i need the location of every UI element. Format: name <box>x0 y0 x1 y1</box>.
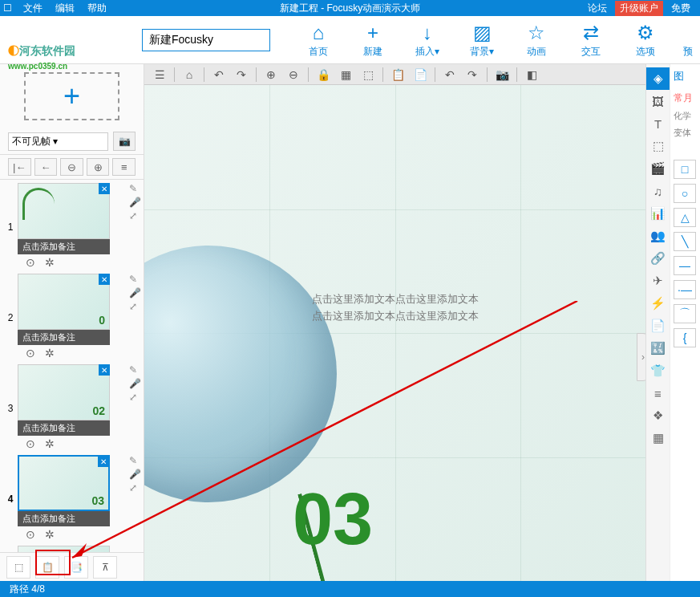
slide-note[interactable]: 点击添加备注 <box>18 511 110 526</box>
tb-layout[interactable]: ◧ <box>521 66 542 83</box>
slide-thumbnail[interactable]: 0 ✕ <box>18 274 110 330</box>
slide-thumbnail[interactable]: 02 ✕ <box>18 364 110 420</box>
bottom-btn-4[interactable]: ⊼ <box>93 556 117 579</box>
play-icon[interactable]: ⊙ <box>26 528 35 541</box>
bottom-btn-3[interactable]: 📑 <box>64 556 88 579</box>
expand-icon[interactable]: ⤢ <box>129 210 140 221</box>
shape-brace[interactable]: { <box>674 328 696 347</box>
nav-options[interactable]: ⚙选项 <box>621 21 670 59</box>
nav-preview[interactable]: 预 <box>676 21 700 59</box>
rtool-chart[interactable]: 📊 <box>646 202 670 225</box>
forum-link[interactable]: 论坛 <box>581 2 613 15</box>
slide-thumbnail[interactable]: 03 ✕ <box>18 455 110 511</box>
tb-menu[interactable]: ☰ <box>149 66 170 83</box>
collapse-handle[interactable]: › <box>637 333 645 381</box>
nav-animation[interactable]: ☆动画 <box>512 21 560 59</box>
expand-icon[interactable]: ⤢ <box>129 482 140 493</box>
text-placeholder[interactable]: 点击这里添加文本点击这里添加文本 点击这里添加文本点击这里添加文本 <box>312 291 479 325</box>
rtool-plane[interactable]: ✈ <box>646 270 670 292</box>
free-link[interactable]: 免费 <box>665 2 697 15</box>
tb-grid[interactable]: ▦ <box>335 66 356 83</box>
tb-undo2[interactable]: ↶ <box>439 66 460 83</box>
rtool-doc[interactable]: 📄 <box>646 315 670 337</box>
tb-lock[interactable]: 🔒 <box>313 66 334 83</box>
nav-home[interactable]: ⌂首页 <box>294 21 342 59</box>
rtool-shirt[interactable]: 👕 <box>646 359 670 382</box>
slide-note[interactable]: 点击添加备注 <box>18 330 110 345</box>
shape-circle[interactable]: ○ <box>674 184 696 203</box>
rtool-flash[interactable]: ⚡ <box>646 292 670 315</box>
add-slide-button[interactable]: + <box>24 72 119 120</box>
tb-select[interactable]: ⬚ <box>358 66 378 83</box>
tb-home[interactable]: ⌂ <box>179 66 200 83</box>
rtool-grid[interactable]: ▦ <box>646 427 670 449</box>
shape-dashline[interactable]: ·— <box>674 280 696 299</box>
slide-note[interactable]: 点击添加备注 <box>18 239 110 254</box>
edit-icon[interactable]: ✎ <box>129 183 140 194</box>
menu-file[interactable]: 文件 <box>17 2 49 15</box>
tb-paste[interactable]: 📄 <box>410 66 431 83</box>
nav-insert[interactable]: ↓插入▾ <box>403 21 451 59</box>
rtool-frame[interactable]: ⬚ <box>646 135 670 157</box>
visibility-select[interactable]: 不可见帧 ▾ <box>8 132 108 151</box>
shape-arc[interactable]: ⌒ <box>674 304 696 323</box>
nav-prev[interactable]: ← <box>34 158 58 176</box>
edit-icon[interactable]: ✎ <box>129 274 140 285</box>
shape-triangle[interactable]: △ <box>674 208 696 227</box>
slide-thumbnail[interactable]: ✕ <box>18 183 110 239</box>
play-icon[interactable]: ⊙ <box>26 256 35 269</box>
settings-icon[interactable]: ✲ <box>45 528 55 541</box>
project-name-input[interactable] <box>142 29 270 51</box>
settings-icon[interactable]: ✲ <box>45 437 55 450</box>
rtool-people[interactable]: 👥 <box>646 225 670 247</box>
tb-copy[interactable]: 📋 <box>387 66 408 83</box>
slide-thumbnail[interactable] <box>18 546 110 552</box>
rtool-text[interactable]: T <box>646 112 670 135</box>
edit-icon[interactable]: ✎ <box>129 455 140 466</box>
upgrade-button[interactable]: 升级账户 <box>615 1 663 16</box>
expand-icon[interactable]: ⤢ <box>129 392 140 403</box>
tb-zoomout[interactable]: ⊖ <box>283 66 304 83</box>
close-icon[interactable]: ✕ <box>99 183 110 194</box>
close-icon[interactable]: ✕ <box>99 364 110 376</box>
close-icon[interactable]: ✕ <box>99 274 110 285</box>
slide-note[interactable]: 点击添加备注 <box>18 420 110 436</box>
nav-interaction[interactable]: ⇄交互 <box>567 21 615 59</box>
rtool-layers[interactable]: ❖ <box>646 404 670 427</box>
tb-camera[interactable]: 📷 <box>492 66 512 83</box>
shape-hline[interactable]: — <box>674 256 696 275</box>
rtool-link[interactable]: 🔗 <box>646 247 670 270</box>
tb-zoomin[interactable]: ⊕ <box>261 66 281 83</box>
mic-icon[interactable]: 🎤 <box>129 197 140 208</box>
rtool-list[interactable]: ≡ <box>646 382 670 404</box>
expand-icon[interactable]: ⤢ <box>129 301 140 312</box>
panel-sublabel[interactable]: 变体 <box>674 127 697 139</box>
menu-edit[interactable]: 编辑 <box>49 2 81 15</box>
mic-icon[interactable]: 🎤 <box>129 469 140 480</box>
play-icon[interactable]: ⊙ <box>26 347 35 359</box>
zoom-in-nav[interactable]: ⊕ <box>87 158 110 176</box>
tb-redo2[interactable]: ↷ <box>462 66 483 83</box>
mic-icon[interactable]: 🎤 <box>129 287 140 298</box>
panel-label[interactable]: 常月 <box>674 91 697 105</box>
bottom-btn-1[interactable]: ⬚ <box>6 556 30 579</box>
rtool-symbol[interactable]: 🔣 <box>646 337 670 359</box>
rtool-video[interactable]: 🎬 <box>646 157 670 180</box>
zoom-out-nav[interactable]: ⊖ <box>60 158 83 176</box>
tb-redo[interactable]: ↷ <box>231 66 252 83</box>
shape-line[interactable]: ╲ <box>674 232 696 251</box>
canvas[interactable]: 03 点击这里添加文本点击这里添加文本 点击这里添加文本点击这里添加文本 › <box>144 85 645 581</box>
panel-sublabel[interactable]: 化学 <box>674 110 697 122</box>
mic-icon[interactable]: 🎤 <box>129 378 140 389</box>
close-icon[interactable]: ✕ <box>98 456 109 467</box>
nav-new[interactable]: +新建 <box>349 21 397 59</box>
shape-rect[interactable]: □ <box>674 160 696 179</box>
play-icon[interactable]: ⊙ <box>26 437 35 450</box>
nav-background[interactable]: ▨背景▾ <box>458 21 506 59</box>
bottom-btn-2[interactable]: 📋 <box>35 556 59 579</box>
edit-icon[interactable]: ✎ <box>129 364 140 376</box>
menu-help[interactable]: 帮助 <box>81 2 113 15</box>
settings-icon[interactable]: ✲ <box>45 347 55 359</box>
nav-first[interactable]: |← <box>8 158 31 176</box>
camera-button[interactable]: 📷 <box>113 132 136 151</box>
